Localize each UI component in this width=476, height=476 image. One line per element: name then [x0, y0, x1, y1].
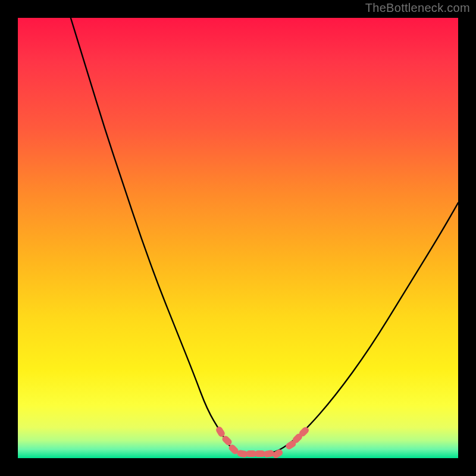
- bottleneck-markers-group: [215, 425, 310, 458]
- app-frame: TheBottleneck.com: [0, 0, 476, 476]
- plot-container: [18, 18, 458, 458]
- bottleneck-marker: [271, 448, 284, 458]
- bottleneck-curve: [71, 18, 458, 454]
- attribution-label: TheBottleneck.com: [365, 1, 470, 15]
- plot-svg: [18, 18, 458, 458]
